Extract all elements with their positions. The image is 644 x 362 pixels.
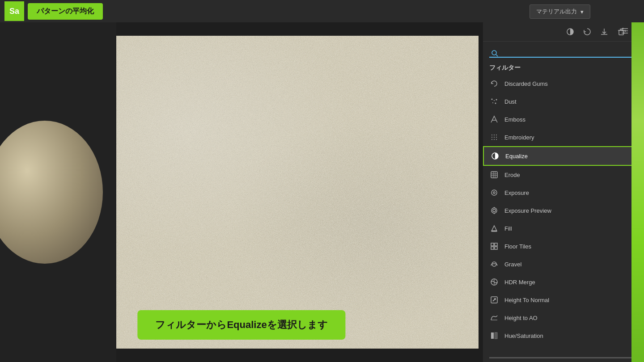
filter-item-height-to-normal[interactable]: Height To Normal (483, 291, 644, 309)
svg-point-31 (491, 208, 497, 213)
filter-section-label: フィルター (483, 60, 644, 75)
svg-point-10 (494, 100, 495, 101)
tooltip-box: フィルターからEqualizeを選択します (137, 310, 345, 340)
filter-icon-gravel (489, 259, 499, 269)
filter-label-exposure: Exposure (504, 189, 529, 196)
filter-label-hue-saturation: Hue/Saturation (504, 333, 543, 339)
filter-label-embroidery: Embroidery (504, 134, 534, 141)
filter-item-height-to-ao[interactable]: Height to AO (483, 309, 644, 327)
filter-icon-exposure-preview (489, 206, 499, 215)
filter-icon-dust (489, 97, 499, 106)
icon-download[interactable] (599, 27, 609, 37)
filter-label-exposure-preview: Exposure Preview (504, 207, 551, 214)
filter-icon-embroidery (489, 132, 499, 142)
main-area: フィルターからEqualizeを選択します (0, 22, 483, 362)
app-title: パターンの平均化 (28, 3, 103, 20)
filter-icon-height-to-normal (489, 295, 499, 305)
svg-point-15 (494, 135, 495, 135)
filter-item-hue-saturation[interactable]: Hue/Saturation (483, 327, 644, 345)
search-icon (491, 50, 498, 59)
svg-point-21 (494, 139, 495, 140)
filter-label-height-to-ao: Height to AO (504, 315, 538, 321)
filter-icon-equalize (490, 151, 500, 161)
svg-rect-44 (495, 333, 497, 339)
svg-point-7 (492, 51, 496, 55)
svg-point-32 (493, 209, 496, 212)
dropdown-chevron-icon: ▾ (580, 8, 584, 15)
sphere-preview (0, 22, 116, 362)
app-logo: Sa (4, 1, 24, 21)
svg-rect-43 (491, 333, 494, 339)
top-bar: Sa パターンの平均化 マテリアル出力 ▾ (0, 0, 644, 22)
svg-point-19 (496, 137, 497, 138)
svg-point-18 (494, 137, 495, 138)
svg-point-12 (492, 102, 493, 103)
green-accent-strip (631, 0, 644, 362)
filter-item-embroidery[interactable]: Embroidery (483, 128, 644, 146)
search-input[interactable] (489, 46, 638, 58)
filter-icon-emboss (489, 114, 499, 124)
texture-svg (116, 36, 479, 349)
filter-label-erode: Erode (504, 172, 520, 178)
svg-rect-39 (495, 247, 497, 249)
filter-item-hdr-merge[interactable]: HDR Merge (483, 273, 644, 291)
filter-icon-hdr-merge (489, 277, 499, 287)
filter-item-discarded-gums[interactable]: Discarded Gums (483, 75, 644, 93)
filter-icon-discarded-gums (489, 79, 499, 88)
filter-label-emboss: Emboss (504, 116, 525, 123)
filter-label-fill: Fill (504, 225, 512, 232)
filter-icon-fill (489, 223, 499, 233)
3d-sphere (0, 121, 103, 264)
svg-point-14 (491, 135, 492, 135)
filter-label-dust: Dust (504, 98, 517, 105)
texture-preview (116, 36, 479, 349)
top-right-controls: マテリアル出力 ▾ (530, 4, 590, 19)
filter-icon-exposure (489, 188, 499, 198)
filter-label-discarded-gums: Discarded Gums (504, 80, 548, 87)
svg-point-17 (491, 137, 492, 138)
svg-rect-36 (491, 243, 494, 246)
filter-label-gravel: Gravel (504, 261, 521, 268)
search-container (483, 42, 644, 60)
filter-icon-floor-tiles (489, 241, 499, 251)
filter-item-dust[interactable]: Dust (483, 93, 644, 110)
svg-point-22 (496, 139, 497, 140)
right-panel: フィルター Discarded GumsDustEmbossEmbroidery… (483, 22, 644, 362)
svg-point-13 (495, 103, 496, 104)
filter-label-height-to-normal: Height To Normal (504, 297, 549, 303)
filter-icon-height-to-ao (489, 313, 499, 323)
svg-point-29 (491, 190, 497, 195)
slider-track[interactable] (489, 357, 638, 358)
svg-point-16 (496, 135, 497, 135)
filter-item-exposure[interactable]: Exposure (483, 184, 644, 202)
svg-point-11 (496, 99, 497, 101)
svg-point-9 (491, 99, 493, 100)
material-output-button[interactable]: マテリアル出力 ▾ (530, 4, 590, 19)
svg-rect-38 (491, 247, 494, 249)
filter-item-exposure-preview[interactable]: Exposure Preview (483, 202, 644, 219)
icon-refresh[interactable] (582, 27, 592, 37)
panel-icons-row (483, 22, 644, 42)
icon-preview[interactable] (565, 27, 575, 37)
svg-point-20 (491, 139, 492, 140)
filter-icon-erode (489, 170, 499, 180)
svg-line-8 (496, 55, 498, 56)
filter-item-emboss[interactable]: Emboss (483, 110, 644, 128)
filter-item-gravel[interactable]: Gravel (483, 255, 644, 273)
filter-list: Discarded GumsDustEmbossEmbroideryEquali… (483, 75, 644, 354)
svg-rect-1 (116, 36, 479, 349)
svg-rect-24 (491, 172, 497, 178)
filter-item-fill[interactable]: Fill (483, 219, 644, 237)
material-output-label: マテリアル出力 (536, 8, 577, 16)
filter-label-equalize: Equalize (505, 153, 528, 160)
filter-label-floor-tiles: Floor Tiles (504, 243, 531, 250)
icon-settings[interactable] (620, 26, 630, 36)
svg-point-30 (493, 192, 495, 194)
svg-rect-37 (495, 243, 497, 246)
filter-item-floor-tiles[interactable]: Floor Tiles (483, 237, 644, 255)
slider-container (483, 354, 644, 362)
filter-item-erode[interactable]: Erode (483, 166, 644, 184)
filter-icon-hue-saturation (489, 331, 499, 341)
filter-item-equalize[interactable]: Equalize (483, 146, 644, 166)
filter-label-hdr-merge: HDR Merge (504, 279, 535, 286)
